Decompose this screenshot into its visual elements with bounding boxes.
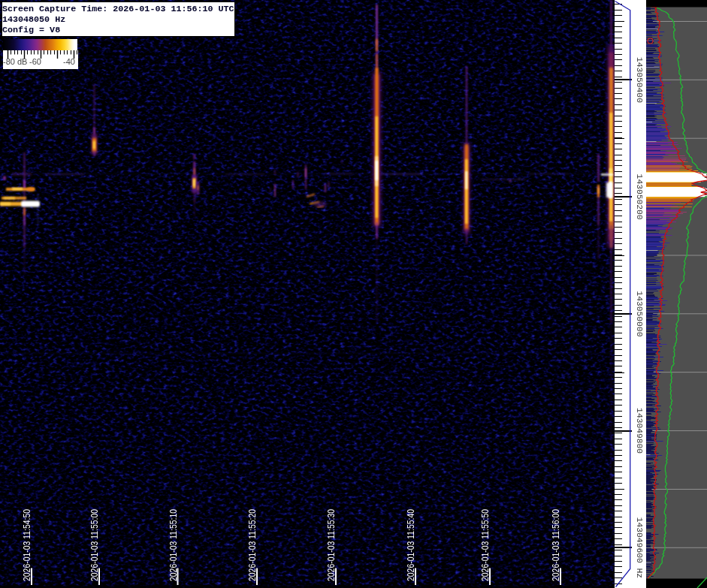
svg-text:2026-01-03 11:55:30: 2026-01-03 11:55:30	[326, 509, 336, 581]
svg-text:2026-01-03 11:55:50: 2026-01-03 11:55:50	[480, 509, 490, 581]
svg-text:143050000: 143050000	[635, 291, 644, 336]
svg-text:143049800: 143049800	[635, 408, 644, 454]
svg-text:143050400: 143050400	[635, 57, 644, 103]
svg-text:2026-01-03 11:55:40: 2026-01-03 11:55:40	[406, 509, 415, 581]
svg-text:2026-01-03 11:55:20: 2026-01-03 11:55:20	[247, 509, 257, 581]
svg-text:143050200: 143050200	[635, 174, 644, 220]
svg-text:2026-01-03 11:56:00: 2026-01-03 11:56:00	[551, 509, 560, 581]
svg-text:2026-01-03 11:55:00: 2026-01-03 11:55:00	[89, 509, 99, 581]
svg-text:2026-01-03 11:55:10: 2026-01-03 11:55:10	[168, 509, 178, 581]
svg-text:143049600 Hz: 143049600 Hz	[635, 517, 644, 578]
svg-text:2026-01-03 11:54:50: 2026-01-03 11:54:50	[22, 509, 32, 581]
